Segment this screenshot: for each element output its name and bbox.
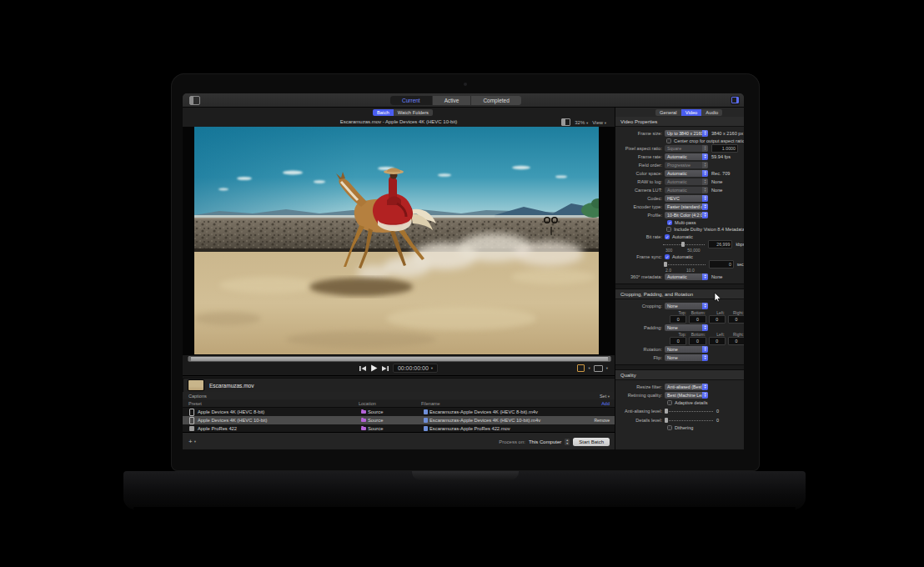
slider-value-field[interactable]: 26,999 [708,240,732,248]
quad-value-field[interactable]: 0 [728,337,744,345]
tab-completed[interactable]: Completed [471,96,520,105]
preset-filename: Escaramuzas-Apple Devices 4K (HEVC 10-bi… [424,418,615,423]
dropdown-rotation[interactable]: None▲▼ [665,346,708,353]
dropdown-profile[interactable]: 10-Bit Color (4:2:0)▲▼ [665,212,708,218]
job-row[interactable]: Escaramuzas.mov [183,378,616,393]
tab-general[interactable]: General [655,109,681,116]
marker-icon[interactable] [577,364,585,372]
captions-set-dropdown[interactable]: Set ▾ [600,394,610,399]
add-output-link[interactable]: Add [601,401,610,406]
quad-value-field[interactable]: 0 [689,315,706,324]
slider-thumb[interactable] [664,262,667,267]
mouse-cursor [714,291,722,301]
preset-row[interactable]: Apple Devices 4K (HEVC 8-bit)SourceEscar… [183,408,615,416]
inspector-toggle-button[interactable] [731,96,740,105]
start-batch-button[interactable]: Start Batch [573,438,610,446]
remove-link[interactable]: Remove [594,418,610,423]
scrub-start-handle[interactable] [188,356,191,361]
tab-active[interactable]: Active [433,96,472,105]
quality-slider-row: Details level:0 [615,415,744,424]
slider-thumb[interactable] [681,242,685,247]
preset-filename: Escaramuzas-Apple ProRes 422.mov [424,426,615,431]
preset-location: Source [361,418,424,423]
quad-value-field[interactable]: 0 [709,315,726,324]
dropdown-360metadata[interactable]: Automatic▲▼ [665,273,708,280]
iphone-icon [188,409,195,416]
slider-track[interactable] [665,418,713,423]
quad-value-field[interactable]: 0 [728,315,744,324]
slider-track[interactable] [663,242,705,247]
checkbox-row: Include Dolby Vision 8.4 Metadata [615,226,744,233]
tab-watch-folders[interactable]: Watch Folders [394,109,433,116]
laptop-base-edge [133,507,796,509]
sidebar-toggle-icon[interactable] [189,96,200,105]
slider-track[interactable] [665,409,713,414]
checkbox-include-dolby-vision-8.4-metadata[interactable] [666,227,671,232]
video-frame[interactable] [194,127,599,354]
property-label: Profile: [615,213,665,218]
dropdown-framesize[interactable]: Up to 3840 x 2160▲▼ [665,130,708,137]
view-dropdown[interactable]: View ▾ [592,120,606,125]
checkbox-label: Center crop for output aspect ratio [674,138,744,143]
process-on-value[interactable]: This Computer [529,439,561,444]
dropdown-framerate[interactable]: Automatic▲▼ [665,153,708,160]
display-icon[interactable] [594,365,603,372]
play-button[interactable] [370,364,378,372]
tab-video[interactable]: Video [681,109,702,116]
quad-fields: 0000 [615,337,744,345]
quad-value-field[interactable]: 0 [670,315,686,324]
timeline-scrubber[interactable] [188,356,611,362]
checkbox-automatic[interactable]: ✓ [665,234,670,239]
preset-filename: Escaramuzas-Apple Devices 4K (HEVC 8-bit… [424,409,615,414]
dropdown-padding[interactable]: None▲▼ [665,324,708,331]
dropdown-codec[interactable]: HEVC▲▼ [665,195,708,202]
zoom-level-dropdown[interactable]: 32% ▾ [575,120,588,125]
tab-batch[interactable]: Batch [373,109,394,116]
dropdown-resizefilter[interactable]: Anti-aliased (Best)▲▼ [665,384,708,390]
next-frame-button[interactable] [382,365,389,372]
slider-thumb[interactable] [665,418,668,423]
tab-current[interactable]: Current [390,96,433,105]
timecode-display[interactable]: 00:00:00:00▾ [393,364,438,373]
dropdown-value: 10-Bit Color (4:2:0) [665,212,702,218]
add-job-button[interactable]: +▾ [188,438,196,445]
scrub-end-handle[interactable] [608,356,610,361]
toolbar: Current Active Completed [183,93,744,108]
process-on-stepper[interactable]: ▲▼ [565,439,570,445]
quad-value-field[interactable]: 0 [689,337,706,345]
film-icon [188,426,195,431]
checkbox-adaptive-details[interactable] [667,400,672,405]
quad-value-field[interactable]: 0 [709,337,726,345]
chevron-updown-icon: ▲▼ [702,203,708,210]
job-filename: Escaramuzas.mov [209,383,254,389]
marker-dropdown-arrow[interactable]: ▾ [588,366,590,370]
compare-view-icon[interactable] [561,118,570,126]
checkbox-multi-pass[interactable]: ✓ [667,220,672,225]
value-field[interactable]: 1.0000 [711,144,738,153]
labeled-checkbox-row: Frame sync:✓Automatic [615,253,744,260]
column-location[interactable]: Location [359,401,421,406]
dropdown-cropping[interactable]: None▲▼ [665,303,708,309]
chevron-updown-icon: ▲▼ [702,145,708,152]
slider-thumb[interactable] [665,409,668,414]
checkbox-center-crop-for-output-aspect-ratio[interactable] [666,138,671,143]
slider-track[interactable] [664,262,706,267]
checkbox-dithering[interactable] [667,425,672,430]
tab-audio[interactable]: Audio [701,109,722,116]
dropdown-retimingquality[interactable]: Best (Machine Learni…▲▼ [665,392,708,399]
checkbox-automatic[interactable]: ✓ [665,254,670,259]
dropdown-flip[interactable]: None▲▼ [665,354,708,361]
preview-title: Escaramuzas.mov - Apple Devices 4K (HEVC… [183,117,615,127]
quad-value-field[interactable]: 0 [670,337,686,345]
preset-row[interactable]: Apple Devices 4K (HEVC 10-bit)SourceEsca… [183,416,615,424]
previous-frame-button[interactable] [359,365,366,372]
checkbox-label: Multi-pass [675,220,696,225]
column-filename[interactable]: Filename [421,401,615,406]
column-preset[interactable]: Preset [188,401,359,406]
display-dropdown-arrow[interactable]: ▾ [606,366,608,370]
dropdown-encodertype[interactable]: Faster (standard qua…▲▼ [665,203,708,210]
property-label: Camera LUT: [615,188,665,193]
dropdown-colorspace[interactable]: Automatic▲▼ [665,170,708,177]
slider-value-field[interactable]: 0 [709,260,733,268]
preset-name: Apple Devices 4K (HEVC 10-bit) [198,418,361,423]
